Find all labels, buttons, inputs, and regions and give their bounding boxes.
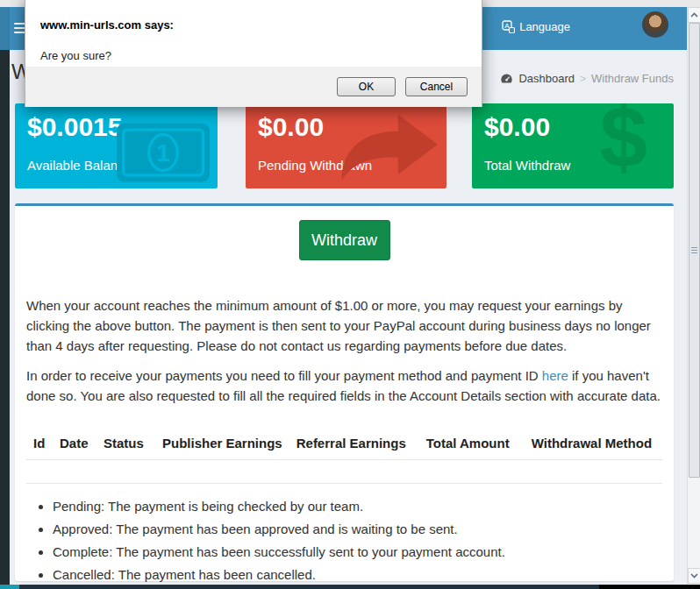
share-arrow-icon — [336, 112, 439, 186]
scrollbar-thumb[interactable] — [689, 23, 700, 478]
stat-card-available-balance: $0.0015 Available Balance 1 — [15, 103, 218, 188]
dashboard-icon — [500, 73, 513, 84]
col-publisher-earnings: Publisher Earnings — [155, 429, 289, 460]
breadcrumb-current: Withdraw Funds — [591, 72, 674, 85]
total-withdraw-value: $0.00 — [484, 112, 550, 142]
col-id: Id — [26, 429, 53, 460]
payment-method-paragraph: In order to receive your payments you ne… — [26, 365, 662, 406]
dialog-body: www.min-urls.com says: Are you sure? — [25, 0, 482, 67]
scrollbar-grip — [691, 247, 697, 255]
language-icon: A — [502, 20, 515, 33]
withdrawal-history-table: Id Date Status Publisher Earnings Referr… — [26, 429, 662, 484]
dialog-message: Are you sure? — [40, 49, 467, 62]
dialog-title: www.min-urls.com says: — [40, 18, 467, 32]
pending-withdrawn-value: $0.00 — [258, 112, 324, 142]
col-status: Status — [96, 429, 155, 460]
note-pending: Pending: The payment is being checked by… — [53, 499, 662, 514]
col-withdrawal-method: Withdrawal Method — [525, 429, 662, 460]
bottom-edge-bar — [0, 585, 700, 589]
money-bill-icon: 1 — [116, 121, 211, 188]
sidebar-logo-strip — [0, 7, 10, 50]
stat-card-total-withdraw: $0.00 Total Withdraw $ — [472, 103, 674, 188]
note-cancelled: Cancelled: The payment has been cancelle… — [53, 567, 662, 582]
withdraw-button[interactable]: Withdraw — [299, 220, 390, 260]
col-referral-earnings: Referral Earnings — [289, 429, 419, 460]
collapsed-sidebar — [0, 50, 10, 585]
status-notes-list: Pending: The payment is being checked by… — [26, 499, 662, 582]
breadcrumb: Dashboard > Withdraw Funds — [500, 72, 674, 85]
col-date: Date — [53, 429, 96, 460]
cancel-button[interactable]: Cancel — [405, 77, 468, 96]
table-header-row: Id Date Status Publisher Earnings Referr… — [26, 429, 662, 460]
minimum-amount-paragraph: When your account reaches the minimum am… — [26, 295, 662, 356]
withdraw-panel: Withdraw When your account reaches the m… — [15, 203, 674, 581]
user-avatar[interactable] — [642, 11, 668, 38]
available-balance-value: $0.0015 — [27, 112, 122, 142]
ok-button[interactable]: OK — [337, 77, 396, 96]
scroll-up-button[interactable] — [688, 7, 700, 23]
breadcrumb-dashboard-link[interactable]: Dashboard — [518, 72, 575, 85]
vertical-scrollbar[interactable] — [687, 7, 700, 585]
language-menu[interactable]: A Language — [502, 20, 570, 33]
language-label: Language — [519, 20, 570, 33]
dialog-footer: OK Cancel — [25, 67, 482, 107]
payment-settings-link[interactable]: here — [542, 368, 568, 383]
dollar-sign-icon: $ — [599, 103, 647, 186]
stat-card-pending-withdrawn: $0.00 Pending Withdrawn — [246, 103, 446, 188]
col-total-amount: Total Amount — [419, 429, 525, 460]
breadcrumb-separator: > — [580, 73, 586, 85]
note-complete: Complete: The payment has been successfu… — [53, 544, 662, 559]
table-empty-row — [26, 460, 662, 484]
note-approved: Approved: The payment has been approved … — [53, 522, 662, 536]
chevron-down-icon — [690, 573, 698, 578]
browser-confirm-dialog: www.min-urls.com says: Are you sure? OK … — [25, 0, 482, 107]
app-viewport: A Language Withdraw Funds Dashboard > Wi… — [0, 0, 700, 589]
svg-text:1: 1 — [156, 139, 170, 167]
total-withdraw-label: Total Withdraw — [484, 158, 570, 173]
scroll-down-button[interactable] — [688, 568, 700, 584]
chevron-up-icon — [690, 12, 698, 18]
paragraph2-text-pre: In order to receive your payments you ne… — [26, 368, 542, 383]
